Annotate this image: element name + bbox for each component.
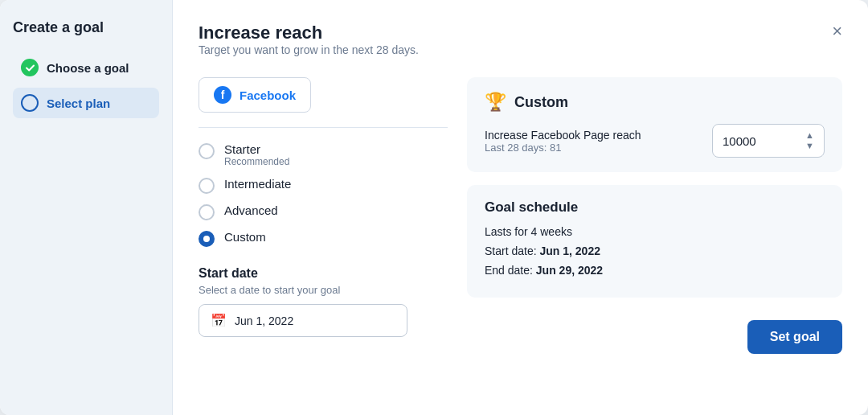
radio-option-custom[interactable]: Custom: [199, 230, 448, 247]
close-button[interactable]: ×: [832, 23, 842, 40]
radio-outline-icon: [21, 94, 39, 112]
divider: [199, 127, 448, 128]
date-value: Jun 1, 2022: [235, 314, 293, 327]
custom-label-group: Increase Facebook Page reach Last 28 day…: [485, 129, 641, 154]
right-column: 🏆 Custom Increase Facebook Page reach La…: [467, 77, 842, 396]
sidebar: Create a goal Choose a goal Select plan: [0, 0, 173, 415]
schedule-start: Start date: Jun 1, 2022: [485, 244, 825, 257]
number-value: 10000: [723, 134, 756, 148]
main-header: Increase reach Target you want to grow i…: [199, 23, 842, 72]
number-input[interactable]: 10000 ▲ ▼: [712, 124, 825, 158]
schedule-panel: Goal schedule Lasts for 4 weeks Start da…: [467, 185, 842, 298]
main-content: Increase reach Target you want to grow i…: [173, 0, 868, 415]
radio-option-starter[interactable]: Starter Recommended: [199, 142, 448, 167]
radio-options: Starter Recommended Intermediate Advance…: [199, 142, 448, 247]
main-title-group: Increase reach Target you want to grow i…: [199, 23, 419, 72]
set-goal-button[interactable]: Set goal: [747, 320, 842, 354]
calendar-icon: 📅: [211, 313, 227, 328]
content-area: f Facebook Starter Recommended: [199, 77, 842, 396]
spinner: ▲ ▼: [805, 131, 814, 150]
radio-option-advanced[interactable]: Advanced: [199, 203, 448, 220]
left-column: f Facebook Starter Recommended: [199, 77, 448, 396]
custom-panel-title: Custom: [514, 94, 568, 111]
schedule-end: End date: Jun 29, 2022: [485, 264, 825, 277]
radio-intermediate-circle: [199, 178, 215, 194]
sidebar-item-select-plan[interactable]: Select plan: [13, 88, 159, 118]
footer: Set goal: [467, 310, 842, 354]
main-subtitle: Target you want to grow in the next 28 d…: [199, 43, 419, 56]
sidebar-title: Create a goal: [13, 19, 159, 36]
schedule-start-value: Jun 1, 2022: [539, 244, 600, 257]
schedule-start-label: Start date:: [485, 244, 537, 257]
date-input[interactable]: 📅 Jun 1, 2022: [199, 304, 407, 337]
radio-starter-labels: Starter Recommended: [224, 142, 289, 167]
radio-custom-circle: [199, 231, 215, 247]
radio-starter-label: Starter: [224, 142, 289, 156]
custom-metric-sublabel: Last 28 days: 81: [485, 142, 641, 154]
radio-starter-circle: [199, 143, 215, 159]
schedule-duration: Lasts for 4 weeks: [485, 225, 825, 238]
sidebar-item-choose-goal-label: Choose a goal: [47, 61, 129, 75]
radio-starter-sublabel: Recommended: [224, 156, 289, 167]
radio-option-intermediate[interactable]: Intermediate: [199, 177, 448, 194]
start-date-title: Start date: [199, 266, 448, 281]
start-date-section: Start date Select a date to start your g…: [199, 266, 448, 337]
schedule-title: Goal schedule: [485, 199, 825, 216]
radio-custom-label: Custom: [224, 230, 266, 244]
custom-panel: 🏆 Custom Increase Facebook Page reach La…: [467, 77, 842, 172]
trophy-icon: 🏆: [485, 92, 506, 113]
schedule-end-label: End date:: [485, 264, 533, 277]
facebook-button[interactable]: f Facebook: [199, 77, 311, 113]
facebook-icon: f: [214, 86, 231, 104]
facebook-button-label: Facebook: [240, 88, 296, 102]
custom-metric-label: Increase Facebook Page reach: [485, 129, 641, 142]
radio-advanced-label: Advanced: [224, 203, 278, 217]
custom-panel-header: 🏆 Custom: [485, 92, 825, 113]
check-icon: [21, 59, 39, 76]
sidebar-item-choose-goal[interactable]: Choose a goal: [13, 52, 159, 83]
custom-row: Increase Facebook Page reach Last 28 day…: [485, 124, 825, 158]
schedule-end-value: Jun 29, 2022: [536, 264, 603, 277]
spinner-down[interactable]: ▼: [805, 142, 814, 150]
spinner-up[interactable]: ▲: [805, 131, 814, 140]
modal: Create a goal Choose a goal Select plan …: [0, 0, 868, 415]
start-date-subtitle: Select a date to start your goal: [199, 284, 448, 296]
main-title: Increase reach: [199, 23, 419, 43]
sidebar-item-select-plan-label: Select plan: [47, 97, 110, 110]
radio-advanced-circle: [199, 204, 215, 220]
radio-intermediate-label: Intermediate: [224, 177, 291, 191]
